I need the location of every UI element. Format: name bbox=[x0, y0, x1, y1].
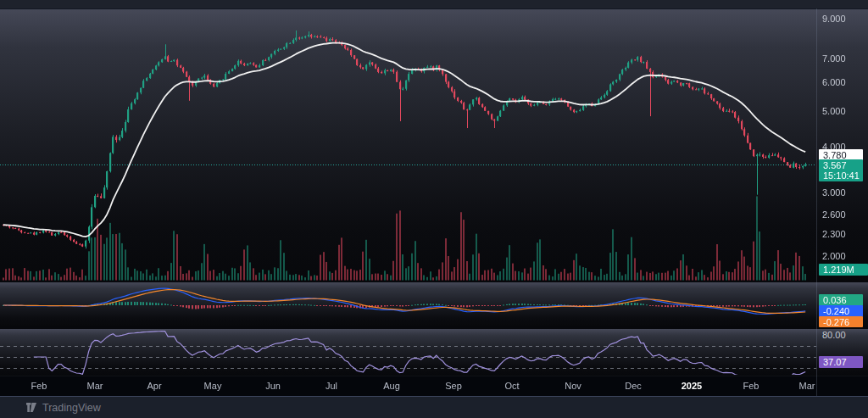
last-price-badge: 3.567 15:10:41 bbox=[819, 159, 863, 181]
macd-line-badge: -0.240 bbox=[819, 305, 863, 317]
bar-countdown: 15:10:41 bbox=[823, 170, 863, 181]
rsi-value-badge: 37.07 bbox=[819, 356, 863, 368]
trading-chart-window: 9.0007.0006.0005.0004.0003.0002.6002.300… bbox=[0, 0, 868, 418]
macd-histogram-badge: 0.036 bbox=[819, 294, 863, 306]
last-price-value: 3.567 bbox=[823, 160, 863, 170]
volume-badge: 1.219M bbox=[819, 264, 868, 276]
chart-canvas[interactable] bbox=[0, 0, 868, 418]
macd-signal-badge: -0.276 bbox=[819, 316, 863, 327]
